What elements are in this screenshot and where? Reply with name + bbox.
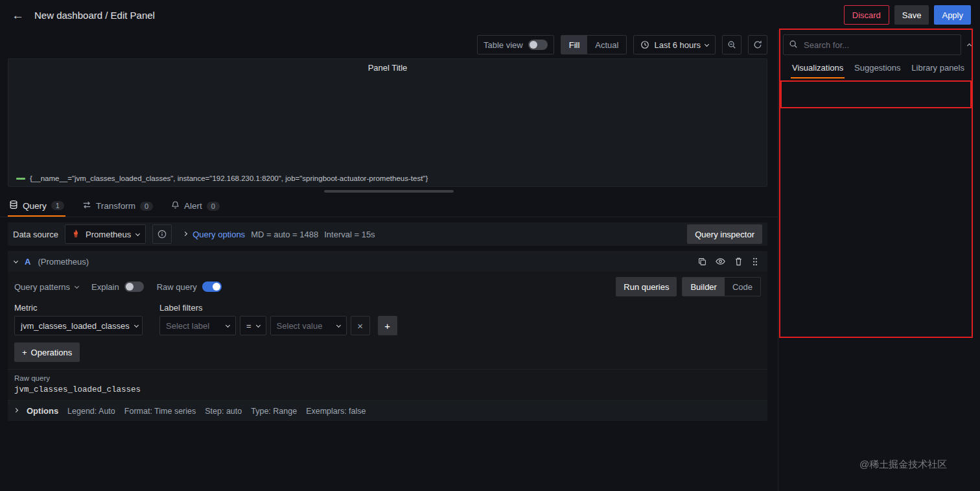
collapse-query-icon[interactable] (14, 258, 18, 263)
panel-resize-handle[interactable] (324, 190, 454, 193)
datasource-label: Data source (13, 230, 58, 239)
tab-alert[interactable]: Alert 0 (170, 197, 221, 217)
chevron-right-icon (183, 231, 187, 235)
editor-tabs: Query 1 Transform 0 Alert 0 (0, 196, 778, 217)
zoom-out-button[interactable] (722, 35, 741, 54)
raw-query-switch[interactable] (202, 281, 222, 292)
operations-label: Operations (31, 348, 73, 357)
query-toolbar: Query patterns Explain Raw query Ru (8, 272, 767, 302)
label-filters-label: Label filters (159, 303, 397, 313)
builder-option[interactable]: Builder (682, 278, 724, 296)
tab-visualizations[interactable]: Visualizations (791, 61, 845, 78)
query-ref-datasource: (Prometheus) (38, 257, 89, 267)
option-summary-item: Format: Time series (124, 407, 196, 416)
delete-query-button[interactable] (732, 254, 745, 269)
remove-filter-button[interactable]: × (351, 316, 370, 335)
table-view-toggle[interactable]: Table view (477, 35, 554, 54)
code-option[interactable]: Code (725, 278, 760, 296)
operations-button[interactable]: + Operations (14, 342, 80, 362)
option-summary-item: Legend: Auto (67, 407, 115, 416)
actual-option[interactable]: Actual (587, 36, 626, 54)
datasource-row: Data source Prometheus Query options MD … (8, 222, 767, 246)
raw-query-toggle: Raw query (157, 281, 222, 292)
value-select[interactable]: Select value (270, 316, 347, 335)
query-options-label: Query options (192, 230, 245, 239)
bell-icon (171, 200, 180, 211)
chevron-down-icon (256, 322, 261, 327)
chevron-down-icon (705, 42, 709, 46)
top-bar: ← New dashboard / Edit Panel Discard Sav… (0, 0, 980, 30)
chevron-down-icon (134, 322, 139, 327)
metric-label: Metric (14, 303, 143, 313)
query-builder-row: Metric jvm_classes_loaded_classes Label … (8, 302, 767, 342)
fill-actual-group: Fill Actual (561, 35, 627, 54)
tab-suggestions[interactable]: Suggestions (853, 61, 902, 78)
query-inspector-button[interactable]: Query inspector (687, 224, 762, 244)
run-queries-button[interactable]: Run queries (616, 277, 677, 296)
apply-button[interactable]: Apply (934, 5, 971, 25)
metric-value: jvm_classes_loaded_classes (21, 321, 130, 331)
tab-alert-label: Alert (184, 201, 202, 211)
value-placeholder: Select value (277, 321, 323, 331)
explain-label: Explain (91, 282, 119, 292)
metric-select[interactable]: jvm_classes_loaded_classes (14, 316, 143, 335)
datasource-select[interactable]: Prometheus (65, 224, 146, 244)
panel-toolbar: Table view Fill Actual Last 6 hours (0, 30, 778, 56)
discard-button[interactable]: Discard (844, 5, 889, 25)
save-button[interactable]: Save (894, 5, 929, 25)
back-button[interactable]: ← (9, 6, 27, 24)
topbar-actions: Discard Save Apply (844, 5, 971, 25)
legend-series-marker (16, 178, 25, 180)
tab-transform[interactable]: Transform 0 (81, 197, 154, 217)
query-ref-id: A (25, 257, 30, 267)
grafana-edit-panel-app: ← New dashboard / Edit Panel Discard Sav… (0, 0, 980, 491)
tab-query-label: Query (23, 201, 47, 211)
search-input[interactable] (802, 40, 955, 51)
visualization-sidebar: Visualizations Suggestions Library panel… (778, 30, 980, 491)
time-range-picker[interactable]: Last 6 hours (633, 35, 716, 54)
panel-title: Panel Title (14, 63, 762, 77)
add-filter-button[interactable]: + (378, 316, 397, 335)
tab-library-panels[interactable]: Library panels (910, 61, 966, 78)
tab-transform-label: Transform (96, 201, 135, 211)
chevron-right-icon (14, 408, 18, 413)
option-summary-item: Type: Range (251, 407, 297, 416)
panel-preview: Panel Title {__name__="jvm_classes_loade… (8, 58, 767, 187)
duplicate-query-button[interactable] (695, 255, 709, 269)
datasource-value: Prometheus (86, 230, 131, 239)
query-patterns-label: Query patterns (14, 282, 70, 292)
tab-query[interactable]: Query 1 (8, 196, 65, 217)
query-patterns-dropdown[interactable]: Query patterns (14, 282, 78, 292)
table-view-switch[interactable] (528, 40, 548, 50)
label-select[interactable]: Select label (159, 316, 236, 335)
refresh-button[interactable] (748, 35, 767, 54)
query-card: A (Prometheus) Query patterns (8, 251, 767, 421)
search-icon (789, 40, 798, 51)
tab-transform-count: 0 (140, 202, 153, 211)
explain-switch[interactable] (124, 281, 144, 292)
time-series-chart (14, 77, 762, 174)
query-header-icons (695, 254, 761, 269)
options-label: Options (27, 406, 58, 416)
chevron-down-icon (226, 322, 230, 327)
datasource-help-button[interactable] (152, 224, 172, 244)
raw-query-toggle-label: Raw query (157, 282, 197, 292)
table-view-label: Table view (484, 40, 523, 50)
query-options-toggle[interactable]: Query options MD = auto = 1488 Interval … (183, 230, 375, 239)
sidebar-tabs: Visualizations Suggestions Library panel… (783, 55, 974, 78)
prometheus-icon (71, 228, 80, 240)
options-summary: Legend: AutoFormat: Time seriesStep: aut… (67, 406, 375, 416)
hide-query-button[interactable] (713, 255, 728, 268)
search-box (783, 34, 961, 55)
legend-series-label[interactable]: {__name__="jvm_classes_loaded_classes", … (30, 174, 428, 182)
operator-select[interactable]: = (240, 316, 266, 335)
time-range-label: Last 6 hours (654, 40, 701, 50)
plus-icon: + (22, 348, 27, 357)
collapse-pane-button[interactable] (965, 40, 974, 50)
drag-handle-icon[interactable] (749, 254, 761, 269)
raw-query-label: Raw query (14, 374, 761, 382)
options-row[interactable]: Options Legend: AutoFormat: Time seriesS… (8, 400, 767, 421)
chevron-down-icon (336, 322, 341, 327)
chevron-down-icon (75, 283, 79, 288)
fill-option[interactable]: Fill (561, 36, 588, 54)
